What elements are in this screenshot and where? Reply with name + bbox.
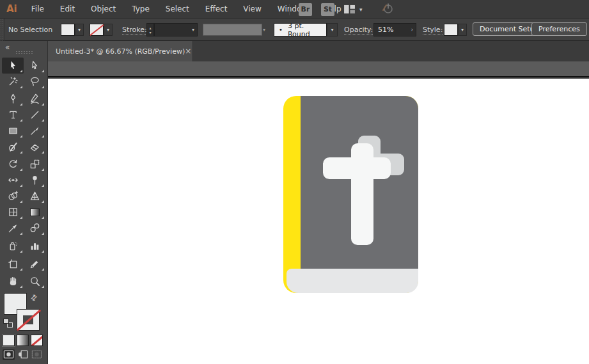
shape-builder-tool[interactable] — [2, 188, 24, 204]
pen-tool[interactable] — [2, 91, 24, 107]
chevron-down-icon: ▾ — [263, 27, 265, 33]
draw-normal-button[interactable] — [3, 349, 15, 360]
tool-flyout-indicator — [42, 70, 44, 72]
fill-color-dropdown[interactable]: ▾ — [75, 24, 84, 36]
collapse-panel-icon[interactable]: « — [5, 43, 9, 52]
document-tab-bar: Untitled-3* @ 66.67% (RGB/Preview) × — [48, 41, 589, 61]
menu-select[interactable]: Select — [166, 4, 189, 13]
stroke-color-swatch[interactable] — [90, 24, 104, 36]
workspace-layout-icon — [343, 4, 356, 14]
style-dropdown-chevron[interactable]: ▾ — [458, 24, 467, 36]
stock-button[interactable]: St — [321, 3, 334, 16]
menu-object[interactable]: Object — [91, 4, 116, 13]
tool-flyout-indicator — [42, 268, 44, 271]
illustrator-window: Ai FileEditObjectTypeSelectEffectViewWin… — [0, 0, 589, 364]
menu-edit[interactable]: Edit — [60, 4, 75, 13]
tool-flyout-indicator — [20, 268, 22, 271]
gradient-tool[interactable] — [24, 204, 45, 220]
tool-flyout-indicator — [42, 103, 44, 106]
stroke-proxy-swatch[interactable] — [17, 309, 40, 331]
eraser-tool[interactable] — [24, 139, 45, 155]
tool-flyout-indicator — [20, 184, 22, 187]
none-button[interactable] — [31, 335, 43, 346]
style-label[interactable]: Style: — [423, 26, 443, 35]
cross-horizontal-shape — [323, 157, 391, 179]
tool-flyout-indicator — [42, 119, 44, 122]
eyedropper-tool[interactable] — [2, 220, 24, 236]
opacity-field[interactable]: 51% › — [373, 23, 416, 36]
menu-file[interactable]: File — [31, 4, 44, 13]
menu-effect[interactable]: Effect — [205, 4, 228, 13]
menu-view[interactable]: View — [243, 4, 261, 13]
control-bar: No Selection ▾ ▾ Stroke: ▴▾ ▾ ▾ • 3 pt. … — [0, 19, 589, 41]
brush-value: 3 pt. Round — [288, 22, 326, 38]
stroke-label[interactable]: Stroke: — [122, 26, 147, 35]
tool-flyout-indicator — [20, 86, 22, 88]
artboard-tool[interactable] — [2, 256, 24, 272]
bible-book-artwork[interactable] — [283, 96, 418, 293]
line-segment-tool[interactable] — [24, 107, 45, 123]
column-graph-tool[interactable] — [24, 238, 45, 254]
document-tab[interactable]: Untitled-3* @ 66.67% (RGB/Preview) × — [48, 41, 193, 61]
menu-type[interactable]: Type — [132, 4, 150, 13]
hand-tool[interactable] — [2, 273, 24, 289]
width-tool[interactable] — [2, 172, 24, 188]
tool-flyout-indicator — [20, 232, 22, 235]
tool-flyout-indicator — [20, 135, 22, 138]
document-title: Untitled-3* @ 66.67% (RGB/Preview) — [56, 47, 185, 56]
cc-sync-icon[interactable] — [379, 2, 395, 17]
magic-wand-tool[interactable] — [2, 74, 24, 90]
stroke-weight-dropdown[interactable]: ▾ — [154, 23, 198, 36]
direct-selection-tool[interactable] — [24, 58, 45, 74]
close-tab-icon[interactable]: × — [185, 48, 191, 54]
tool-flyout-indicator — [42, 200, 44, 203]
rotate-tool[interactable] — [2, 156, 24, 172]
bridge-button[interactable]: Br — [299, 3, 312, 16]
paintbrush-tool[interactable] — [24, 123, 45, 139]
curvature-tool[interactable] — [24, 91, 45, 107]
workspace-switcher[interactable]: ▾ — [343, 4, 363, 14]
artboard-canvas[interactable] — [48, 79, 589, 364]
tools-panel: « ⇄ — [0, 41, 48, 364]
mesh-tool[interactable] — [2, 204, 24, 220]
default-fill-stroke-icon[interactable] — [3, 319, 13, 328]
zoom-tool[interactable] — [24, 273, 45, 289]
tool-flyout-indicator — [20, 168, 22, 171]
perspective-grid-tool[interactable] — [24, 188, 45, 204]
color-button[interactable] — [3, 335, 15, 346]
brush-definition-dropdown[interactable]: • 3 pt. Round — [274, 23, 327, 36]
slice-tool[interactable] — [24, 256, 45, 272]
stroke-color-dropdown[interactable]: ▾ — [104, 24, 113, 36]
type-tool[interactable] — [2, 107, 24, 123]
free-transform-tool[interactable] — [24, 172, 45, 188]
brush-dropdown-chevron[interactable]: ▾ — [327, 23, 338, 36]
selection-tool[interactable] — [2, 58, 24, 74]
rectangle-tool[interactable] — [2, 123, 24, 139]
style-swatch[interactable] — [444, 24, 458, 36]
drawing-mode-buttons — [3, 349, 43, 360]
preferences-button[interactable]: Preferences — [531, 22, 587, 36]
tool-flyout-indicator — [42, 86, 44, 88]
lasso-tool[interactable] — [24, 74, 45, 90]
gradient-button[interactable] — [17, 335, 29, 346]
swap-fill-stroke-icon[interactable]: ⇄ — [29, 292, 40, 303]
panel-grip[interactable] — [0, 19, 4, 41]
fill-color-swatch[interactable] — [61, 24, 75, 36]
scale-tool[interactable] — [24, 156, 45, 172]
tools-grid — [2, 58, 46, 289]
chevron-down-icon: ▾ — [359, 6, 363, 13]
tool-flyout-indicator — [20, 285, 22, 288]
blend-tool[interactable] — [24, 220, 45, 236]
draw-behind-button[interactable] — [17, 349, 29, 360]
opacity-label[interactable]: Opacity: — [344, 26, 373, 35]
panel-drag-grip[interactable] — [15, 51, 33, 54]
opacity-value: 51% — [378, 26, 393, 34]
tool-flyout-indicator — [20, 200, 22, 203]
symbol-sprayer-tool[interactable] — [2, 238, 24, 254]
tool-flyout-indicator — [42, 135, 44, 138]
shaper-tool[interactable] — [2, 139, 24, 155]
tool-flyout-indicator — [42, 184, 44, 187]
draw-inside-button[interactable] — [31, 349, 43, 360]
stroke-weight-stepper[interactable]: ▴▾ — [146, 23, 154, 36]
tool-flyout-indicator — [20, 151, 22, 154]
